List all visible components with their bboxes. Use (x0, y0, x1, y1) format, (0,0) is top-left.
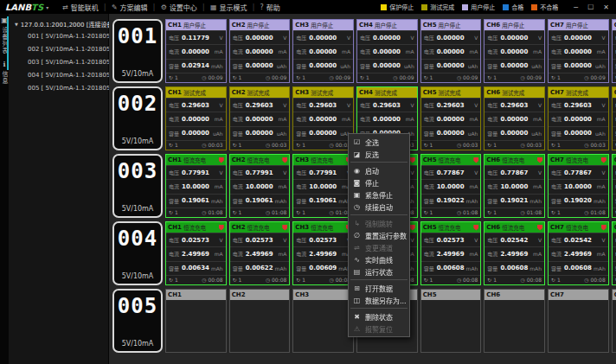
device-tile[interactable]: 0035V/10mA (112, 154, 163, 218)
channel-card[interactable]: CH1 (165, 289, 227, 353)
ctx-select-all[interactable]: ☑全选 (349, 136, 409, 148)
channel-card[interactable]: CH6 (484, 289, 545, 353)
channel-card[interactable]: CH2测试完成电压0.29603V电流0.00000mA容量0.00000uAh… (229, 86, 291, 150)
ctx-item-label: 强制跳转 (365, 219, 393, 228)
channel-name: CH6 (486, 22, 500, 29)
channel-current-label: 电流 (487, 48, 497, 55)
channel-card-footer: ↻ 1◷ 00:08 (293, 275, 353, 284)
channel-current-label: 电流 (169, 115, 179, 123)
channel-card[interactable]: CH4用户停止电压0.00000V电流0.00000mA容量0.00000uAh… (356, 19, 418, 83)
channel-card[interactable]: CH2恒流充电电压0.77991V电流10.0000mA容量0.19061mAh… (229, 154, 291, 218)
ctx-emergency-stop[interactable]: ▣紧急停止 (349, 188, 409, 201)
ctx-stop[interactable]: ◙停止 (349, 176, 409, 188)
ctx-realtime-curve[interactable]: ∿实时曲线 (349, 253, 409, 265)
app-logo[interactable]: LANBTS ▾ (5, 3, 48, 12)
channel-capacity-row: 容量0.00608mAh (421, 261, 481, 275)
device-tile[interactable]: 0055V/10mA (112, 289, 163, 353)
channel-current-row: 电流10.0000mA (230, 179, 290, 193)
logo-caret-icon[interactable]: ▾ (46, 4, 48, 10)
ctx-open-data[interactable]: ⊞打开数据 (349, 282, 409, 294)
device-tile[interactable]: 0045V/10mA (112, 221, 163, 285)
tree-device-node[interactable]: 005 [ 5V/10mA-1.1-20180501005 ] (9, 82, 108, 95)
channel-card[interactable]: CH5恒流充电电压0.77867V电流10.0000mA容量0.19022mAh… (420, 154, 482, 218)
menu-link[interactable]: ⇄智能联机 (57, 3, 104, 12)
ctx-resume-start[interactable]: ◷续接启动 (349, 201, 409, 213)
channel-card[interactable]: CH8用户停止电压0.00000V电流0.00000mA容量0.00000uAh… (612, 19, 616, 83)
channel-current-value: 0.00000 (309, 116, 337, 123)
channel-capacity-label: 容量 (233, 62, 243, 70)
ctx-run-status[interactable]: ▤运行状态 (349, 265, 409, 278)
channel-card[interactable]: CH1测试完成电压0.29603V电流0.00000mA容量0.00000uAh… (165, 86, 227, 150)
channel-card[interactable]: CH3测试完成电压0.29603V电流0.00000mA容量0.00000uAh… (292, 86, 354, 150)
close-button[interactable]: ✕ (603, 3, 609, 11)
ctx-reset-run-params[interactable]: ∅重置运行参数 (349, 229, 409, 241)
channel-voltage-label: 电压 (551, 169, 561, 176)
channel-voltage-unit: V (218, 237, 223, 243)
channel-card[interactable]: CH3 (292, 289, 354, 353)
ctx-start[interactable]: ◉启动 (349, 164, 409, 176)
maximize-button[interactable]: ☐ (587, 3, 594, 11)
tree-device-node[interactable]: 004 [ 5V/10mA-1.1-20180501004 ] (9, 69, 108, 82)
channel-card[interactable]: CH5 (420, 289, 482, 353)
channel-current-row: 电流2.49969mA (549, 246, 608, 260)
channel-card-footer: ↻ 1◷ 01:08 (166, 208, 226, 217)
protection-shield-icon (601, 157, 606, 163)
channel-current-row: 电流2.49969mA (484, 246, 544, 260)
channel-card[interactable]: CH2 (229, 289, 291, 353)
tree-device-node[interactable]: 002 [ 5V/10mA-1.1-20180501002 ] (9, 43, 108, 56)
channel-card[interactable]: CH8恒流充电电压0.77867V电流10.0000mA容量0.19020mAh… (612, 154, 616, 218)
channel-card[interactable]: CH3恒流充电电压0.02573V电流2.49969mA容量0.00609mAh… (292, 221, 354, 285)
channel-card[interactable]: CH7用户停止电压0.00000V电流0.00000mA容量0.00000uAh… (548, 19, 609, 83)
channel-card[interactable]: CH6测试完成电压0.29603V电流0.00000mA容量0.00000uAh… (484, 86, 545, 150)
channel-card-footer: ↻ 1◷ 00:08 (613, 275, 616, 284)
channel-name: CH2 (232, 89, 246, 96)
channel-capacity-label: 容量 (169, 265, 179, 272)
channel-card[interactable]: CH5恒流充电电压0.02573V电流2.49969mA容量0.00608mAh… (420, 221, 482, 285)
channel-card[interactable]: CH6用户停止电压0.00000V电流0.00000mA容量0.00000uAh… (484, 19, 545, 83)
tree-root-node[interactable]: ▼ 127.0.0.1:2001,2000 [连接设备5 台] (9, 18, 108, 30)
channel-voltage-label: 电压 (296, 236, 306, 244)
menu-help[interactable]: ?帮助 (254, 3, 285, 12)
channel-card[interactable]: CH6恒流充电电压0.02542V电流2.49969mA容量0.00608mAh… (484, 221, 545, 285)
channel-card[interactable]: CH1用户停止电压0.11779V电流0.00000mA容量0.02914mAh… (165, 19, 227, 83)
ctx-invert-selection[interactable]: ◪反选 (349, 148, 409, 160)
minimize-button[interactable]: ─ (574, 3, 578, 11)
channel-current-value: 2.49969 (437, 251, 465, 258)
channel-capacity-row: 容量0.19020mAh (549, 194, 608, 208)
channel-card[interactable]: CH1恒流充电电压0.77991V电流10.0000mA容量0.19061mAh… (165, 154, 227, 218)
channel-loop-count: ↻ 1 (424, 209, 433, 215)
ctx-delete-status[interactable]: ✖删除状态 (349, 310, 409, 322)
channel-card[interactable]: CH8 (612, 289, 616, 353)
channel-card[interactable]: CH8恒流充电电压0.02542V电流2.49969mA容量0.00608mAh… (612, 221, 616, 285)
device-tile[interactable]: 0025V/10mA (112, 86, 163, 150)
channel-card[interactable]: CH2恒流充电电压0.02573V电流2.49969mA容量0.00622mAh… (229, 221, 291, 285)
channel-capacity-unit: mAh (209, 198, 223, 204)
channel-current-row: 电流0.00000mA (421, 44, 481, 58)
channel-card-header: CH5用户停止 (421, 20, 481, 30)
channel-card[interactable]: CH7测试完成电压0.29603V电流0.00000mA容量0.00000uAh… (548, 86, 609, 150)
channel-card[interactable]: CH5用户停止电压0.00000V电流0.00000mA容量0.00000uAh… (420, 19, 482, 83)
channel-capacity-unit: mAh (528, 265, 542, 271)
channel-voltage-label: 电压 (360, 101, 370, 109)
channel-card[interactable]: CH8测试完成电压0.29603V电流0.00000mA容量0.00000uAh… (612, 86, 616, 150)
ctx-save-data-as[interactable]: ◫数据另存为... (349, 294, 409, 306)
tree-device-node[interactable]: 003 [ 5V/10mA-1.1-20180501003 ] (9, 56, 108, 69)
channel-card[interactable]: CH2用户停止电压0.00000V电流0.00000mA容量0.00000uAh… (229, 19, 291, 83)
channel-card[interactable]: CH7 (548, 289, 609, 353)
menu-plan-edit[interactable]: ✎方案编辑 (106, 3, 153, 12)
tree-device-node[interactable]: 001 [ 5V/10mA-1.1-20180501001 ] (9, 30, 108, 43)
channel-card[interactable]: CH3用户停止电压0.00000V电流0.00000mA容量0.00000uAh… (292, 19, 354, 83)
channel-card[interactable]: CH5测试完成电压0.29603V电流0.00000mA容量0.00000uAh… (420, 86, 482, 150)
channel-card[interactable]: CH3恒流充电电压0.77991V电流10.0000mA容量0.19061mAh… (292, 154, 354, 218)
channel-card[interactable]: CH7恒流充电电压0.77867V电流10.0000mA容量0.19020mAh… (548, 154, 609, 218)
channel-current-row: 电流0.00000mA (357, 44, 417, 58)
channel-card[interactable]: CH7恒流充电电压0.02542V电流2.49969mA容量0.00608mAh… (548, 221, 609, 285)
device-tile[interactable]: 0015V/10mA (112, 19, 163, 83)
channel-card[interactable]: CH1恒流充电电压0.02573V电流2.49969mA容量0.00634mAh… (165, 221, 227, 285)
menu-display-mode[interactable]: ▦显示模式 (205, 3, 253, 12)
select-all-icon: ☑ (353, 138, 361, 146)
menu-settings[interactable]: ⚙设置中心 (156, 3, 202, 12)
tree-expander-icon[interactable]: ▼ (15, 22, 18, 27)
channel-card-footer: ↻ 1◷ 00:08 (166, 275, 226, 284)
channel-card[interactable]: CH6恒流充电电压0.77867V电流10.0000mA容量0.19021mAh… (484, 154, 545, 218)
